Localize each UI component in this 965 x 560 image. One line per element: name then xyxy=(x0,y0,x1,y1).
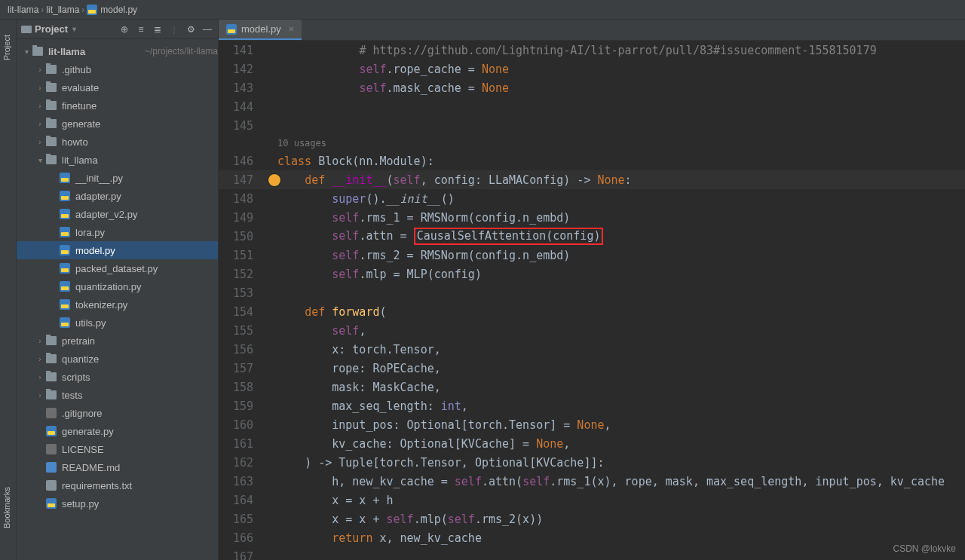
svg-rect-30 xyxy=(228,29,235,33)
svg-rect-18 xyxy=(61,304,69,308)
code-editor[interactable]: 141 # https://github.com/Lightning-AI/li… xyxy=(219,41,965,560)
close-icon[interactable]: × xyxy=(289,23,295,35)
project-tree[interactable]: ▾lit-llama~/projects/lit-llama›.github›e… xyxy=(17,39,218,560)
hide-icon[interactable]: — xyxy=(201,23,213,35)
tree-file[interactable]: packed_dataset.py xyxy=(17,259,218,277)
code-line[interactable]: 157 rope: RoPECache, xyxy=(219,359,965,378)
code-line[interactable]: 159 max_seq_length: int, xyxy=(219,396,965,415)
tree-folder[interactable]: ›quantize xyxy=(17,350,218,368)
code-line[interactable]: 161 kv_cache: Optional[KVCache] = None, xyxy=(219,434,965,453)
svg-rect-20 xyxy=(61,323,69,326)
code-line[interactable]: 144 xyxy=(219,97,965,116)
code-line[interactable]: 149 self.rms_1 = RMSNorm(config.n_embd) xyxy=(219,208,965,227)
code-line[interactable]: 150 self.attn = CausalSelfAttention(conf… xyxy=(219,227,965,246)
tree-folder[interactable]: ›.github xyxy=(17,60,218,78)
tab-label: model.py xyxy=(241,23,281,35)
svg-rect-24 xyxy=(46,444,57,454)
svg-rect-23 xyxy=(47,431,55,435)
python-file-icon xyxy=(226,24,237,35)
usages-hint[interactable]: 10 usages xyxy=(219,135,965,151)
collapse-all-icon[interactable]: ≣ xyxy=(152,23,164,35)
svg-rect-26 xyxy=(46,480,57,491)
tree-folder[interactable]: ›generate xyxy=(17,115,218,133)
breadcrumb-item[interactable]: model.py xyxy=(100,5,137,15)
breadcrumb-item[interactable]: lit-llama xyxy=(8,5,38,15)
tree-file[interactable]: LICENSE xyxy=(17,440,218,458)
tree-file[interactable]: README.md xyxy=(17,458,218,476)
code-line[interactable]: 142 self.rope_cache = None xyxy=(219,60,965,78)
code-line[interactable]: 152 self.mlp = MLP(config) xyxy=(219,265,965,283)
svg-rect-1 xyxy=(88,10,96,14)
editor-tabs: model.py × xyxy=(219,20,965,41)
svg-rect-2 xyxy=(21,26,32,33)
code-line[interactable]: 141 # https://github.com/Lightning-AI/li… xyxy=(219,41,965,60)
left-tool-strip: Project Bookmarks xyxy=(0,20,17,560)
code-line[interactable]: 145 xyxy=(219,116,965,135)
tree-file[interactable]: model.py xyxy=(17,241,218,259)
locate-icon[interactable]: ⊕ xyxy=(118,23,130,35)
code-line[interactable]: 153 xyxy=(219,283,965,302)
tree-folder[interactable]: ›evaluate xyxy=(17,78,218,96)
tree-file[interactable]: setup.py xyxy=(17,494,218,513)
tool-window-project[interactable]: Project xyxy=(2,35,11,60)
breadcrumb: lit-llama › lit_llama › model.py xyxy=(0,0,965,20)
tree-file[interactable]: generate.py xyxy=(17,422,218,440)
tree-file[interactable]: tokenizer.py xyxy=(17,295,218,314)
project-panel-header: Project ▼ ⊕ ≡ ≣ | ⚙ — xyxy=(17,20,218,39)
svg-rect-28 xyxy=(47,503,55,507)
intention-bulb-icon[interactable] xyxy=(268,174,280,186)
code-line[interactable]: 148 super().__init__() xyxy=(219,189,965,208)
tree-file[interactable]: utils.py xyxy=(17,314,218,332)
divider: | xyxy=(168,23,180,35)
breadcrumb-item[interactable]: lit_llama xyxy=(46,5,79,15)
tree-folder[interactable]: ›scripts xyxy=(17,368,218,386)
code-line[interactable]: 151 self.rms_2 = RMSNorm(config.n_embd) xyxy=(219,246,965,265)
svg-rect-4 xyxy=(61,178,69,182)
python-file-icon xyxy=(87,5,97,15)
watermark: CSDN @lokvke xyxy=(893,543,956,554)
tree-file[interactable]: lora.py xyxy=(17,223,218,241)
code-line[interactable]: 143 self.mask_cache = None xyxy=(219,78,965,97)
expand-all-icon[interactable]: ≡ xyxy=(135,23,147,35)
code-line[interactable]: 160 input_pos: Optional[torch.Tensor] = … xyxy=(219,415,965,434)
project-panel: Project ▼ ⊕ ≡ ≣ | ⚙ — ▾lit-llama~/projec… xyxy=(17,20,219,560)
tree-file[interactable]: adapter.py xyxy=(17,187,218,205)
svg-rect-10 xyxy=(61,232,69,236)
tree-file[interactable]: .gitignore xyxy=(17,404,218,422)
tree-folder[interactable]: ›finetune xyxy=(17,96,218,115)
tree-file[interactable]: requirements.txt xyxy=(17,476,218,494)
tool-window-bookmarks[interactable]: Bookmarks xyxy=(2,487,11,528)
code-line[interactable]: 155 self, xyxy=(219,321,965,340)
tree-file[interactable]: adapter_v2.py xyxy=(17,205,218,223)
code-line[interactable]: 163 h, new_kv_cache = self.attn(self.rms… xyxy=(219,472,965,491)
project-panel-title[interactable]: Project ▼ xyxy=(21,23,78,35)
code-line[interactable]: 158 mask: MaskCache, xyxy=(219,378,965,396)
tab-model-py[interactable]: model.py × xyxy=(219,20,302,40)
tree-folder[interactable]: ›pretrain xyxy=(17,332,218,350)
tree-file[interactable]: __init__.py xyxy=(17,169,218,187)
tree-root[interactable]: ▾lit-llama~/projects/lit-llama xyxy=(17,42,218,60)
gear-icon[interactable]: ⚙ xyxy=(185,23,197,35)
chevron-right-icon: › xyxy=(81,5,84,15)
code-line[interactable]: 154 def forward( xyxy=(219,302,965,321)
svg-rect-6 xyxy=(61,196,69,200)
code-line[interactable]: 147 def __init__(self, config: LLaMAConf… xyxy=(219,170,965,189)
code-line[interactable]: 166 return x, new_kv_cache xyxy=(219,528,965,547)
svg-rect-21 xyxy=(46,408,57,418)
tree-folder[interactable]: ▾lit_llama xyxy=(17,151,218,169)
svg-rect-12 xyxy=(61,250,69,254)
code-line[interactable]: 167 xyxy=(219,547,965,560)
svg-rect-16 xyxy=(61,286,69,290)
svg-rect-25 xyxy=(46,462,57,473)
code-line[interactable]: 146class Block(nn.Module): xyxy=(219,151,965,170)
code-line[interactable]: 162 ) -> Tuple[torch.Tensor, Optional[KV… xyxy=(219,453,965,472)
svg-rect-8 xyxy=(61,214,69,218)
tree-folder[interactable]: ›tests xyxy=(17,386,218,404)
tree-folder[interactable]: ›howto xyxy=(17,133,218,151)
code-line[interactable]: 156 x: torch.Tensor, xyxy=(219,340,965,359)
editor-area: model.py × 141 # https://github.com/Ligh… xyxy=(219,20,965,560)
svg-rect-14 xyxy=(61,268,69,272)
code-line[interactable]: 165 x = x + self.mlp(self.rms_2(x)) xyxy=(219,510,965,528)
tree-file[interactable]: quantization.py xyxy=(17,277,218,295)
code-line[interactable]: 164 x = x + h xyxy=(219,491,965,510)
